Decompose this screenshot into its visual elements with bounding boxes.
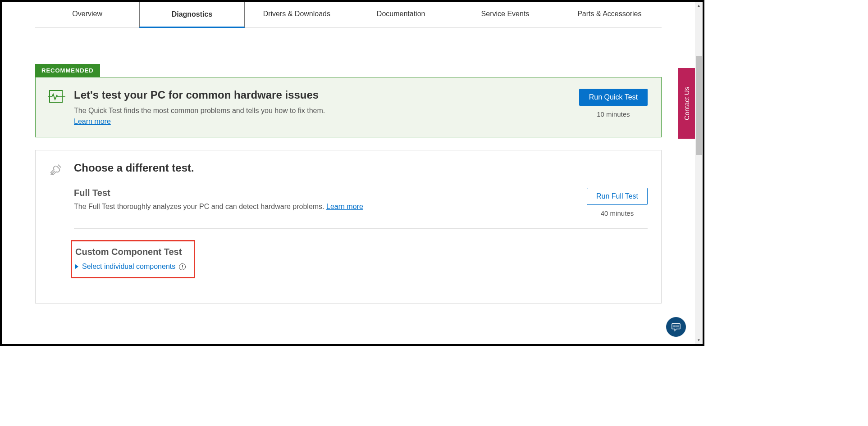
heartbeat-icon: [49, 90, 63, 103]
svg-rect-2: [677, 325, 678, 327]
quick-test-card: Let's test your PC for common hardware i…: [35, 77, 662, 137]
custom-test-section: Custom Component Test Select individual …: [74, 228, 648, 290]
run-quick-test-button[interactable]: Run Quick Test: [579, 89, 648, 106]
custom-test-highlight: Custom Component Test Select individual …: [71, 240, 195, 278]
tab-parts-accessories[interactable]: Parts & Accessories: [557, 2, 662, 27]
chat-button[interactable]: [666, 317, 686, 337]
tab-diagnostics[interactable]: Diagnostics: [139, 2, 244, 28]
full-test-section: Full Test The Full Test thoroughly analy…: [74, 188, 648, 228]
custom-test-heading: Custom Component Test: [72, 247, 186, 257]
caret-right-icon: [75, 264, 78, 269]
info-icon[interactable]: !: [179, 263, 186, 270]
tab-bar: Overview Diagnostics Drivers & Downloads…: [35, 2, 662, 28]
svg-rect-1: [676, 325, 676, 327]
scroll-up-arrow-icon[interactable]: ▲: [695, 2, 703, 9]
full-test-duration: 40 minutes: [601, 209, 634, 217]
scrollbar[interactable]: ▲ ▼: [695, 2, 703, 344]
tab-overview[interactable]: Overview: [35, 2, 139, 27]
tab-drivers-downloads[interactable]: Drivers & Downloads: [245, 2, 349, 27]
full-test-description: The Full Test thoroughly analyzes your P…: [74, 203, 363, 211]
scroll-down-arrow-icon[interactable]: ▼: [695, 336, 703, 344]
other-tests-title: Choose a different test.: [74, 162, 648, 174]
full-test-heading: Full Test: [74, 188, 363, 198]
contact-us-tab[interactable]: Contact Us: [678, 68, 695, 139]
scrollbar-thumb[interactable]: [696, 56, 702, 155]
svg-rect-0: [674, 325, 675, 327]
other-tests-card: Choose a different test. Full Test The F…: [35, 150, 662, 304]
quick-test-title: Let's test your PC for common hardware i…: [74, 89, 568, 101]
tab-service-events[interactable]: Service Events: [453, 2, 557, 27]
quick-test-duration: 10 minutes: [597, 110, 630, 118]
run-full-test-button[interactable]: Run Full Test: [587, 188, 648, 205]
select-components-link[interactable]: Select individual components: [82, 263, 175, 271]
tools-icon: [49, 163, 63, 177]
chat-icon: [671, 322, 681, 331]
full-test-learn-more-link[interactable]: Learn more: [326, 203, 363, 210]
tab-documentation[interactable]: Documentation: [349, 2, 453, 27]
quick-test-description: The Quick Test finds the most common pro…: [74, 107, 568, 115]
recommended-badge: RECOMMENDED: [35, 64, 100, 77]
quick-test-learn-more-link[interactable]: Learn more: [74, 118, 111, 125]
